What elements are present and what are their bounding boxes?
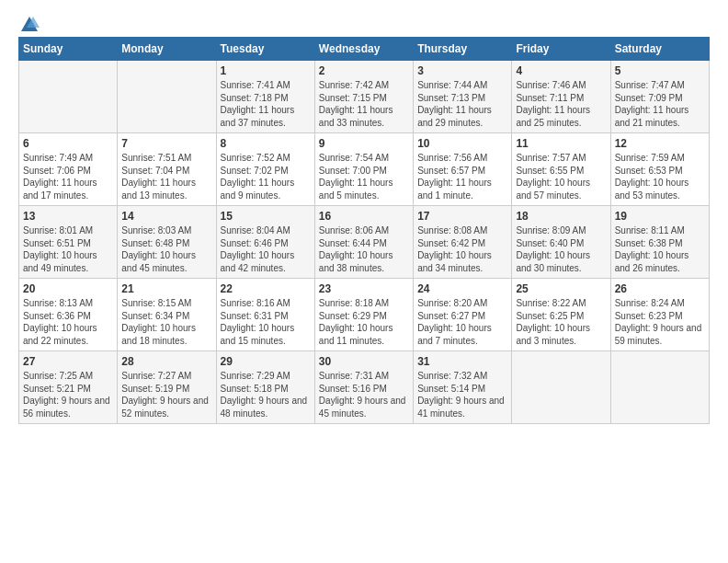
calendar-cell: 26Sunrise: 8:24 AMSunset: 6:23 PMDayligh…	[610, 279, 709, 351]
cell-content: Sunrise: 8:08 AMSunset: 6:42 PMDaylight:…	[417, 224, 507, 274]
cell-content: Sunrise: 8:06 AMSunset: 6:44 PMDaylight:…	[319, 224, 409, 274]
week-row-2: 6Sunrise: 7:49 AMSunset: 7:06 PMDaylight…	[19, 133, 710, 206]
cell-content: Sunrise: 7:59 AMSunset: 6:53 PMDaylight:…	[615, 152, 705, 201]
day-header-sunday: Sunday	[19, 38, 118, 61]
cell-content: Sunrise: 7:41 AMSunset: 7:18 PMDaylight:…	[221, 79, 311, 129]
day-number: 14	[121, 210, 211, 223]
cell-content: Sunrise: 7:46 AMSunset: 7:11 PMDaylight:…	[516, 79, 606, 129]
header-row: SundayMondayTuesdayWednesdayThursdayFrid…	[19, 38, 710, 61]
day-number: 26	[615, 282, 705, 295]
day-number: 18	[516, 210, 606, 223]
calendar-cell: 28Sunrise: 7:27 AMSunset: 5:19 PMDayligh…	[118, 351, 216, 424]
calendar-cell: 13Sunrise: 8:01 AMSunset: 6:51 PMDayligh…	[19, 206, 118, 279]
cell-content: Sunrise: 7:25 AMSunset: 5:21 PMDaylight:…	[23, 370, 113, 419]
day-number: 7	[121, 137, 211, 150]
day-number: 28	[121, 355, 211, 368]
day-number: 20	[23, 282, 113, 295]
week-row-4: 20Sunrise: 8:13 AMSunset: 6:36 PMDayligh…	[19, 279, 710, 351]
calendar-cell: 5Sunrise: 7:47 AMSunset: 7:09 PMDaylight…	[610, 61, 709, 133]
day-number: 4	[516, 64, 606, 77]
header	[18, 15, 710, 29]
day-header-wednesday: Wednesday	[314, 38, 413, 61]
calendar-cell: 15Sunrise: 8:04 AMSunset: 6:46 PMDayligh…	[216, 206, 314, 279]
calendar-cell: 3Sunrise: 7:44 AMSunset: 7:13 PMDaylight…	[414, 61, 512, 133]
calendar-cell: 6Sunrise: 7:49 AMSunset: 7:06 PMDaylight…	[19, 133, 118, 206]
day-number: 15	[221, 210, 311, 223]
cell-content: Sunrise: 7:57 AMSunset: 6:55 PMDaylight:…	[516, 152, 606, 201]
cell-content: Sunrise: 8:16 AMSunset: 6:31 PMDaylight:…	[221, 297, 311, 347]
cell-content: Sunrise: 8:09 AMSunset: 6:40 PMDaylight:…	[516, 224, 606, 274]
day-number: 25	[516, 282, 606, 295]
day-number: 24	[417, 282, 507, 295]
calendar-cell: 24Sunrise: 8:20 AMSunset: 6:27 PMDayligh…	[414, 279, 512, 351]
cell-content: Sunrise: 7:51 AMSunset: 7:04 PMDaylight:…	[121, 152, 211, 201]
day-number: 5	[615, 64, 705, 77]
calendar-table: SundayMondayTuesdayWednesdayThursdayFrid…	[18, 37, 710, 424]
calendar-cell: 7Sunrise: 7:51 AMSunset: 7:04 PMDaylight…	[118, 133, 216, 206]
day-number: 1	[221, 64, 311, 77]
calendar-cell: 12Sunrise: 7:59 AMSunset: 6:53 PMDayligh…	[610, 133, 709, 206]
day-number: 21	[121, 282, 211, 295]
cell-content: Sunrise: 7:52 AMSunset: 7:02 PMDaylight:…	[221, 152, 311, 201]
cell-content: Sunrise: 8:11 AMSunset: 6:38 PMDaylight:…	[615, 224, 705, 274]
cell-content: Sunrise: 7:44 AMSunset: 7:13 PMDaylight:…	[417, 79, 507, 129]
calendar-cell: 22Sunrise: 8:16 AMSunset: 6:31 PMDayligh…	[216, 279, 314, 351]
calendar-cell: 18Sunrise: 8:09 AMSunset: 6:40 PMDayligh…	[512, 206, 610, 279]
day-number: 9	[319, 137, 409, 150]
calendar-cell: 14Sunrise: 8:03 AMSunset: 6:48 PMDayligh…	[118, 206, 216, 279]
cell-content: Sunrise: 8:03 AMSunset: 6:48 PMDaylight:…	[121, 224, 211, 274]
calendar-cell: 17Sunrise: 8:08 AMSunset: 6:42 PMDayligh…	[414, 206, 512, 279]
day-number: 13	[23, 210, 113, 223]
day-header-thursday: Thursday	[414, 38, 512, 61]
cell-content: Sunrise: 7:31 AMSunset: 5:16 PMDaylight:…	[319, 370, 409, 419]
cell-content: Sunrise: 7:49 AMSunset: 7:06 PMDaylight:…	[23, 152, 113, 201]
calendar-cell: 10Sunrise: 7:56 AMSunset: 6:57 PMDayligh…	[414, 133, 512, 206]
cell-content: Sunrise: 8:01 AMSunset: 6:51 PMDaylight:…	[23, 224, 113, 274]
cell-content: Sunrise: 7:54 AMSunset: 7:00 PMDaylight:…	[319, 152, 409, 201]
calendar-cell	[610, 351, 709, 424]
calendar-cell	[19, 61, 118, 133]
calendar-cell: 8Sunrise: 7:52 AMSunset: 7:02 PMDaylight…	[216, 133, 314, 206]
day-number: 8	[221, 137, 311, 150]
calendar-cell: 25Sunrise: 8:22 AMSunset: 6:25 PMDayligh…	[512, 279, 610, 351]
day-number: 17	[417, 210, 507, 223]
cell-content: Sunrise: 7:42 AMSunset: 7:15 PMDaylight:…	[319, 79, 409, 129]
calendar-cell: 1Sunrise: 7:41 AMSunset: 7:18 PMDaylight…	[216, 61, 314, 133]
cell-content: Sunrise: 8:24 AMSunset: 6:23 PMDaylight:…	[615, 297, 705, 347]
page: SundayMondayTuesdayWednesdayThursdayFrid…	[0, 0, 728, 433]
day-number: 12	[615, 137, 705, 150]
day-number: 29	[221, 355, 311, 368]
day-header-friday: Friday	[512, 38, 610, 61]
cell-content: Sunrise: 8:18 AMSunset: 6:29 PMDaylight:…	[319, 297, 409, 347]
cell-content: Sunrise: 8:22 AMSunset: 6:25 PMDaylight:…	[516, 297, 606, 347]
day-number: 3	[417, 64, 507, 77]
cell-content: Sunrise: 8:20 AMSunset: 6:27 PMDaylight:…	[417, 297, 507, 347]
calendar-cell: 16Sunrise: 8:06 AMSunset: 6:44 PMDayligh…	[314, 206, 413, 279]
week-row-3: 13Sunrise: 8:01 AMSunset: 6:51 PMDayligh…	[19, 206, 710, 279]
logo	[18, 15, 40, 29]
day-number: 19	[615, 210, 705, 223]
calendar-cell: 4Sunrise: 7:46 AMSunset: 7:11 PMDaylight…	[512, 61, 610, 133]
day-number: 31	[417, 355, 507, 368]
calendar-cell	[118, 61, 216, 133]
cell-content: Sunrise: 7:32 AMSunset: 5:14 PMDaylight:…	[417, 370, 507, 419]
week-row-5: 27Sunrise: 7:25 AMSunset: 5:21 PMDayligh…	[19, 351, 710, 424]
day-number: 11	[516, 137, 606, 150]
day-header-monday: Monday	[118, 38, 216, 61]
day-number: 23	[319, 282, 409, 295]
logo-icon	[19, 15, 40, 33]
cell-content: Sunrise: 7:29 AMSunset: 5:18 PMDaylight:…	[221, 370, 311, 419]
day-number: 2	[319, 64, 409, 77]
calendar-cell: 29Sunrise: 7:29 AMSunset: 5:18 PMDayligh…	[216, 351, 314, 424]
day-number: 16	[319, 210, 409, 223]
day-number: 30	[319, 355, 409, 368]
calendar-cell: 11Sunrise: 7:57 AMSunset: 6:55 PMDayligh…	[512, 133, 610, 206]
cell-content: Sunrise: 7:47 AMSunset: 7:09 PMDaylight:…	[615, 79, 705, 129]
cell-content: Sunrise: 8:13 AMSunset: 6:36 PMDaylight:…	[23, 297, 113, 347]
cell-content: Sunrise: 7:56 AMSunset: 6:57 PMDaylight:…	[417, 152, 507, 201]
calendar-cell: 2Sunrise: 7:42 AMSunset: 7:15 PMDaylight…	[314, 61, 413, 133]
cell-content: Sunrise: 8:15 AMSunset: 6:34 PMDaylight:…	[121, 297, 211, 347]
calendar-cell: 19Sunrise: 8:11 AMSunset: 6:38 PMDayligh…	[610, 206, 709, 279]
day-header-tuesday: Tuesday	[216, 38, 314, 61]
calendar-cell: 31Sunrise: 7:32 AMSunset: 5:14 PMDayligh…	[414, 351, 512, 424]
